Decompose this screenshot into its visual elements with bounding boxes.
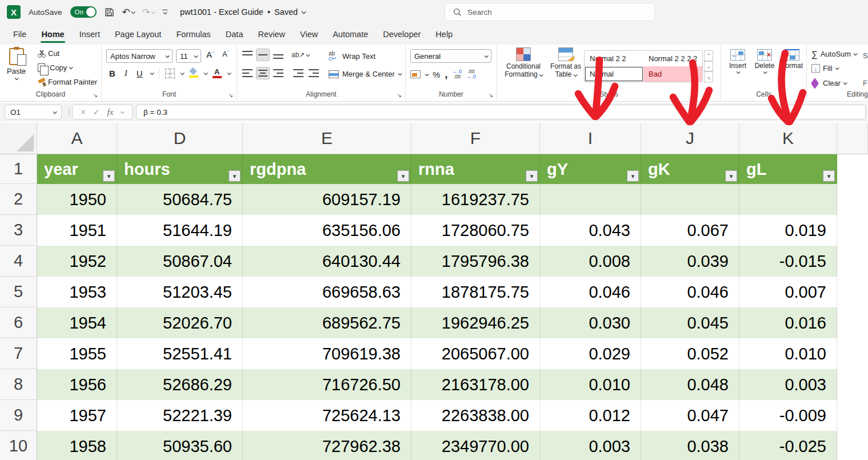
sort-filter-clipped[interactable]: S [863, 51, 868, 60]
column-header-K[interactable]: K [739, 123, 837, 154]
top-align-icon[interactable] [241, 49, 254, 61]
cell-E5[interactable]: 669658.63 [243, 277, 411, 307]
cell-J9[interactable]: 0.047 [641, 400, 739, 431]
copy-dropdown-icon[interactable] [69, 65, 73, 69]
autosum-button[interactable]: ∑ AutoSum [811, 49, 857, 59]
cell-I10[interactable]: 0.003 [540, 431, 641, 460]
format-painter-button[interactable]: Format Painter [38, 78, 97, 86]
delete-cells-button[interactable]: × Delete [752, 49, 777, 74]
redo-button[interactable]: ↷ [142, 7, 154, 17]
name-box[interactable]: O1 [5, 105, 62, 119]
cell-A6[interactable]: 1954 [37, 307, 117, 338]
insert-dropdown-icon[interactable] [736, 70, 740, 74]
cell-E10[interactable]: 727962.38 [243, 431, 411, 460]
column-header-I[interactable]: I [540, 123, 641, 154]
filter-button[interactable]: ▾ [103, 170, 115, 182]
column-header-F[interactable]: F [411, 123, 540, 154]
cell-J4[interactable]: 0.039 [641, 246, 739, 277]
filter-button[interactable]: ▾ [725, 170, 737, 182]
row-header-2[interactable]: 2 [0, 184, 37, 215]
cell-F7[interactable]: 2065067.00 [411, 338, 540, 369]
row-header-10[interactable]: 10 [0, 431, 37, 460]
align-left-icon[interactable] [241, 67, 254, 79]
copy-button[interactable]: Copy [38, 63, 72, 72]
cell-outside-table[interactable] [837, 215, 868, 246]
decrease-font-size-button[interactable]: Aˇ [222, 50, 229, 58]
cut-button[interactable]: Cut [38, 49, 59, 58]
excel-logo-icon[interactable]: X [7, 5, 21, 19]
orientation-dropdown-icon[interactable] [306, 53, 310, 57]
clear-dropdown-icon[interactable] [843, 81, 847, 85]
tab-help[interactable]: Help [428, 25, 460, 43]
accounting-format-icon[interactable] [410, 70, 421, 78]
autosave-toggle[interactable]: On [70, 6, 97, 18]
cell-outside-table[interactable] [837, 338, 868, 369]
cell-D10[interactable]: 50935.60 [117, 431, 243, 460]
cell-A2[interactable]: 1950 [37, 184, 117, 215]
cell-outside-table[interactable] [837, 431, 868, 460]
redo-dropdown-icon[interactable] [151, 10, 155, 14]
cell-K6[interactable]: 0.016 [739, 307, 837, 338]
cell-F10[interactable]: 2349770.00 [411, 431, 540, 460]
formula-input[interactable]: β = 0.3 [136, 105, 866, 119]
row-header-6[interactable]: 6 [0, 307, 37, 338]
cell-outside-table[interactable] [837, 246, 868, 277]
cell-J5[interactable]: 0.046 [641, 277, 739, 307]
tab-developer[interactable]: Developer [375, 25, 428, 43]
increase-indent-icon[interactable] [307, 67, 321, 79]
cell-F2[interactable]: 1619237.75 [411, 184, 540, 215]
middle-align-icon[interactable] [256, 49, 270, 61]
cell-outside-table[interactable] [837, 184, 868, 215]
cell-J3[interactable]: 0.067 [641, 215, 739, 246]
cell-K1[interactable]: gL▾ [739, 154, 837, 184]
tab-page-layout[interactable]: Page Layout [107, 25, 169, 43]
bottom-align-icon[interactable] [271, 49, 285, 61]
fill-dropdown-icon[interactable] [835, 66, 839, 70]
filter-button[interactable]: ▾ [627, 170, 639, 182]
font-color-icon[interactable]: A [213, 69, 222, 78]
cell-K10[interactable]: -0.025 [739, 431, 837, 460]
search-input[interactable]: Search [445, 3, 655, 21]
cell-F8[interactable]: 2163178.00 [411, 369, 540, 400]
row-header-3[interactable]: 3 [0, 215, 37, 246]
underline-dropdown-icon[interactable] [150, 71, 154, 75]
cell-A3[interactable]: 1951 [37, 215, 117, 246]
undo-button[interactable]: ↶ [122, 7, 134, 17]
cancel-icon[interactable]: × [81, 107, 86, 117]
fill-color-dropdown-icon[interactable] [203, 71, 207, 75]
increase-decimal-button[interactable]: ←.0.00 [453, 69, 462, 79]
cell-E7[interactable]: 709619.38 [243, 338, 411, 369]
font-name-select[interactable]: Aptos Narrow [106, 49, 173, 63]
filter-button[interactable]: ▾ [823, 170, 835, 182]
row-header-8[interactable]: 8 [0, 369, 37, 400]
cell-A5[interactable]: 1953 [37, 277, 117, 307]
row-header-4[interactable]: 4 [0, 246, 37, 277]
filter-button[interactable]: ▾ [526, 170, 538, 182]
merge-dropdown-icon[interactable] [398, 71, 402, 75]
cell-I9[interactable]: 0.012 [540, 400, 641, 431]
insert-function-icon[interactable]: fx [107, 107, 114, 117]
cell-K2[interactable] [739, 184, 837, 215]
cell-D7[interactable]: 52551.41 [117, 338, 243, 369]
cell-A4[interactable]: 1952 [37, 246, 117, 277]
column-header-E[interactable]: E [243, 123, 411, 154]
cell-I7[interactable]: 0.029 [540, 338, 641, 369]
cell-K7[interactable]: 0.010 [739, 338, 837, 369]
number-dialog-launcher[interactable]: ↘ [489, 92, 493, 98]
filter-button[interactable]: ▾ [397, 170, 409, 182]
cell-A8[interactable]: 1956 [37, 369, 117, 400]
cell-K8[interactable]: 0.003 [739, 369, 837, 400]
borders-icon[interactable] [165, 69, 175, 78]
tab-formulas[interactable]: Formulas [169, 25, 218, 43]
cell-E4[interactable]: 640130.44 [243, 246, 411, 277]
cell-F9[interactable]: 2263838.00 [411, 400, 540, 431]
name-box-dropdown-icon[interactable] [53, 110, 57, 114]
filter-button[interactable]: ▾ [229, 170, 241, 182]
clipboard-dialog-launcher[interactable]: ↘ [93, 92, 98, 98]
style-gallery-item[interactable]: Bad [643, 66, 702, 82]
number-format-select[interactable]: General [410, 49, 491, 63]
gallery-up-button[interactable]: ⌃ [704, 50, 713, 61]
document-title[interactable]: pwt1001 - Excel Guide • Saved [180, 7, 305, 17]
cell-D2[interactable]: 50684.75 [117, 184, 243, 215]
percent-style-button[interactable]: % [433, 70, 440, 79]
